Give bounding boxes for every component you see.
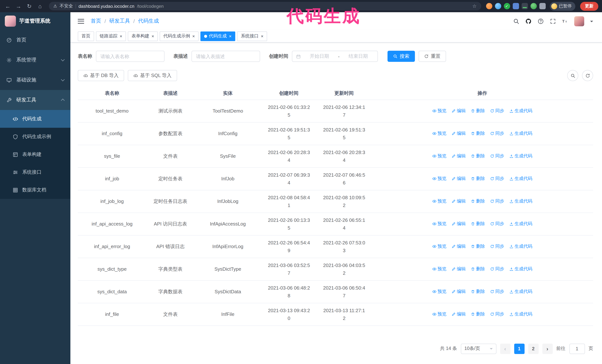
tab-1[interactable]: 链路追踪×	[96, 31, 126, 41]
import-db-button[interactable]: 基于 DB 导入	[78, 70, 124, 81]
preview-action[interactable]: 预览	[432, 197, 446, 205]
tab-3[interactable]: 代码生成示例×	[160, 31, 199, 41]
sidebar-subitem-4[interactable]: 数据库文档	[0, 181, 70, 199]
edit-action[interactable]: 编辑	[452, 107, 466, 115]
edit-action[interactable]: 编辑	[452, 175, 466, 183]
delete-action[interactable]: 删除	[471, 175, 485, 183]
reset-button[interactable]: 重置	[419, 51, 446, 62]
breadcrumb-item-2[interactable]: 代码生成	[138, 18, 159, 24]
preview-action[interactable]: 预览	[432, 130, 446, 137]
generate-code-action[interactable]: 生成代码	[509, 107, 532, 115]
tab-0[interactable]: 首页	[78, 31, 94, 41]
generate-code-action[interactable]: 生成代码	[509, 152, 532, 160]
caret-down-icon[interactable]	[590, 21, 593, 23]
generate-code-action[interactable]: 生成代码	[509, 242, 532, 250]
font-size-icon[interactable]: TT	[562, 18, 568, 24]
edit-action[interactable]: 编辑	[452, 242, 466, 250]
preview-action[interactable]: 预览	[432, 310, 446, 318]
import-sql-button[interactable]: 基于 SQL 导入	[128, 70, 177, 81]
refresh-table-button[interactable]	[582, 70, 593, 81]
sidebar-subitem-1[interactable]: 代码生成示例	[0, 128, 70, 146]
generate-code-action[interactable]: 生成代码	[509, 310, 532, 318]
bookmark-star-icon[interactable]: ☆	[472, 3, 477, 9]
breadcrumb-item-0[interactable]: 首页	[91, 18, 101, 24]
sync-action[interactable]: 同步	[490, 197, 504, 205]
tab-5[interactable]: 系统接口×	[237, 31, 267, 41]
address-bar[interactable]: ⚠ 不安全 dashboard.yudao.iocoder.cn /tool/c…	[49, 2, 481, 10]
generate-code-action[interactable]: 生成代码	[509, 175, 532, 183]
sync-action[interactable]: 同步	[490, 288, 504, 295]
delete-action[interactable]: 删除	[471, 130, 485, 137]
preview-action[interactable]: 预览	[432, 220, 446, 228]
edit-action[interactable]: 编辑	[452, 130, 466, 137]
generate-code-action[interactable]: 生成代码	[509, 197, 532, 205]
delete-action[interactable]: 删除	[471, 107, 485, 115]
edit-action[interactable]: 编辑	[452, 265, 466, 273]
sidebar-item-1[interactable]: 系统管理	[0, 50, 70, 70]
sidebar-subitem-0[interactable]: 代码生成	[0, 110, 70, 128]
sidebar-item-2[interactable]: 基础设施	[0, 70, 70, 90]
home-icon[interactable]: ⌂	[36, 2, 44, 10]
help-icon[interactable]	[538, 18, 544, 24]
close-tab-icon[interactable]: ×	[229, 34, 232, 38]
tab-2[interactable]: 表单构建×	[128, 31, 158, 41]
forward-icon[interactable]: →	[14, 2, 22, 10]
preview-action[interactable]: 预览	[432, 107, 446, 115]
table-name-input[interactable]	[96, 51, 164, 62]
extensions-puzzle-icon[interactable]	[539, 3, 546, 9]
leaf-extension-icon[interactable]	[530, 3, 537, 9]
app-logo[interactable]: 芋道管理系统	[0, 12, 70, 30]
sync-action[interactable]: 同步	[490, 265, 504, 273]
sidebar-subitem-2[interactable]: 表单构建	[0, 146, 70, 163]
sync-action[interactable]: 同步	[490, 242, 504, 250]
breadcrumb-item-1[interactable]: 研发工具	[109, 18, 130, 24]
generate-code-action[interactable]: 生成代码	[509, 130, 532, 137]
delete-action[interactable]: 删除	[471, 310, 485, 318]
delete-action[interactable]: 删除	[471, 265, 485, 273]
fox-extension-icon[interactable]	[486, 3, 492, 9]
profile-chip[interactable]: 已暂停	[549, 2, 575, 10]
sync-action[interactable]: 同步	[490, 310, 504, 318]
screen-extension-icon[interactable]	[521, 3, 528, 9]
edit-action[interactable]: 编辑	[452, 197, 466, 205]
preview-action[interactable]: 预览	[432, 152, 446, 160]
tab-4[interactable]: 代码生成×	[200, 31, 235, 41]
edit-action[interactable]: 编辑	[452, 310, 466, 318]
toggle-search-button[interactable]	[567, 70, 578, 81]
search-icon[interactable]	[513, 18, 519, 24]
delete-action[interactable]: 删除	[471, 242, 485, 250]
drop-extension-icon[interactable]	[495, 3, 501, 9]
sync-action[interactable]: 同步	[490, 220, 504, 228]
page-button-1[interactable]: 1	[514, 343, 524, 354]
preview-action[interactable]: 预览	[432, 265, 446, 273]
close-tab-icon[interactable]: ×	[261, 34, 263, 38]
close-tab-icon[interactable]: ×	[192, 34, 195, 38]
team-extension-icon[interactable]	[513, 3, 519, 9]
close-tab-icon[interactable]: ×	[151, 34, 154, 38]
sync-action[interactable]: 同步	[490, 130, 504, 137]
sidebar-subitem-3[interactable]: 系统接口	[0, 163, 70, 181]
back-icon[interactable]: ←	[4, 2, 12, 10]
check-extension-icon[interactable]: ✓	[504, 3, 510, 9]
close-tab-icon[interactable]: ×	[120, 34, 122, 38]
sidebar-item-3[interactable]: 研发工具	[0, 90, 70, 110]
edit-action[interactable]: 编辑	[452, 288, 466, 295]
sync-action[interactable]: 同步	[490, 152, 504, 160]
table-desc-input[interactable]	[192, 51, 260, 62]
delete-action[interactable]: 删除	[471, 197, 485, 205]
goto-page-input[interactable]	[569, 343, 585, 354]
generate-code-action[interactable]: 生成代码	[509, 288, 532, 295]
github-icon[interactable]	[525, 18, 532, 24]
sidebar-item-0[interactable]: 首页	[0, 30, 70, 50]
preview-action[interactable]: 预览	[432, 242, 446, 250]
delete-action[interactable]: 删除	[471, 288, 485, 295]
user-avatar[interactable]	[574, 16, 584, 26]
preview-action[interactable]: 预览	[432, 175, 446, 183]
date-range-picker[interactable]: 开始日期 - 结束日期	[292, 51, 378, 62]
sync-action[interactable]: 同步	[490, 107, 504, 115]
browser-update-button[interactable]: 更新	[580, 2, 598, 10]
hamburger-icon[interactable]	[78, 19, 84, 23]
preview-action[interactable]: 预览	[432, 288, 446, 295]
edit-action[interactable]: 编辑	[452, 152, 466, 160]
sync-action[interactable]: 同步	[490, 175, 504, 183]
